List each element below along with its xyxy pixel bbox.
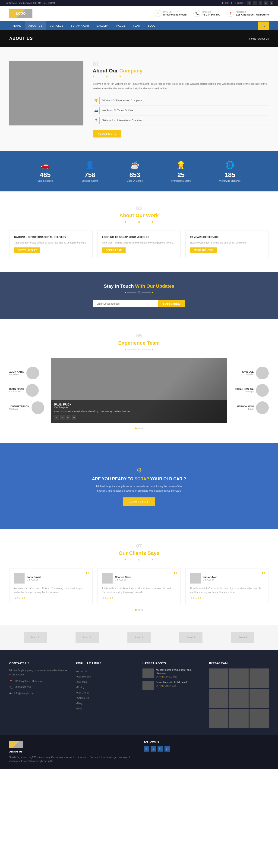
footer-link-about[interactable]: About Us [76,670,87,673]
search-button[interactable]: 🔍 [258,22,269,30]
nav-gallery[interactable]: GALLERY [93,21,113,30]
test-avatar-row-2: Charles Slise Car Owner [102,573,176,584]
nav-home[interactable]: HOME [9,21,25,30]
footer-links-heading: POPULAR LINKS [76,662,136,665]
footer-link-pricing[interactable]: Pricing [76,686,85,689]
team-name-r2: ETHAN JOSHUA [235,388,254,391]
insta-img-6[interactable] [250,689,269,708]
insta-img-2[interactable] [229,669,249,688]
team-section-num: 05 [9,333,269,339]
footer-cols: CONTACT US Michael fought a young boxer … [9,662,269,728]
footer-social-gp[interactable]: g+ [165,746,170,751]
social-gp-icon[interactable]: g [264,1,268,5]
team-role-r2: Manager [235,391,254,393]
footer-phone-icon: 📞 [9,686,13,689]
team-social-tw[interactable]: t [60,415,65,420]
team-social-in[interactable]: in [66,415,71,420]
social-tw-icon[interactable]: t [253,1,257,5]
test-dot-1[interactable] [135,609,137,611]
footer-phone-item: 📞 +1 234 567 890 [9,686,69,689]
footer-link-contact[interactable]: Contact Us [76,697,89,699]
social-pi-icon[interactable]: p [270,1,273,5]
team-dot-3[interactable] [141,428,143,429]
mail-icon: ✉ [155,10,162,17]
about-divider: ⚙ [93,75,269,78]
cta-contact-button[interactable]: CONTACT US [123,497,155,506]
main-nav: HOME ABOUT US VEHICLES SCRAP A CAR GALLE… [0,21,278,30]
stat-pro-staffs: 👷 25 Professional Staffs [171,161,191,182]
insta-img-8[interactable] [229,709,249,728]
insta-img-5[interactable] [229,689,249,708]
footer-social-tw[interactable]: t [150,746,156,751]
stat-number-1: 485 [37,171,53,179]
stay-form: SUBSCRIBE [9,300,269,307]
footer-link-2: Our Services [76,674,136,679]
insta-img-3[interactable] [250,669,269,688]
nav-team[interactable]: TEAM [129,21,144,30]
stat-number-3: 853 [127,171,143,179]
footer-instagram-heading: INSTAGRAM [209,662,269,665]
team-social-gp[interactable]: g+ [72,415,76,420]
team-name-l3: JOHN PETERSON [9,405,29,408]
insta-img-4[interactable] [209,689,228,708]
stat-person-icon: 👤 [82,161,98,169]
feature-item: 🏆 20 Years Of Experienced Company [93,96,269,105]
work-card-btn-3[interactable]: MORE ABOUT US [190,247,217,253]
page-title: ABOUT US [9,36,33,41]
footer-link-3: Our Team [76,679,136,684]
footer-follow-heading: FOLLOW US [144,741,269,744]
test-dot-2[interactable] [138,609,140,611]
footer-link-6: Contact Us [76,695,136,701]
about-more-button[interactable]: ABOUT MORE [93,130,121,137]
test-dot-3[interactable] [141,609,143,611]
team-social-fb[interactable]: f [54,415,59,420]
email-input[interactable] [93,300,158,307]
footer-link-services[interactable]: Our Services [76,675,91,678]
work-card-btn-2[interactable]: SCRAP A CAR [102,247,126,253]
register-link[interactable]: REGISTER [234,2,246,4]
brand-logo-2: Brand 2 [76,632,99,643]
footer-link-4: Pricing [76,684,136,690]
footer-social-in[interactable]: in [158,746,163,751]
call-label: CALL US [202,11,220,13]
team-role-r3: Driver [237,408,254,410]
nav-scrap[interactable]: SCRAP A CAR [67,21,93,30]
footer-post-meta-2: By Ron | Oct 10, 2016 [156,685,189,687]
test-avatar-2 [102,573,113,584]
team-dot-1[interactable] [135,428,137,429]
insta-img-7[interactable] [209,709,228,728]
nav-pages[interactable]: PAGES [113,21,129,30]
feature-text-1: 20 Years Of Experienced Company [102,99,142,102]
footer-contact-heading: CONTACT US [9,662,69,665]
site-logo[interactable]: LOGO [9,9,32,18]
test-text-2: It takes different strokes - it takes di… [102,586,176,594]
footer-link-blog[interactable]: Blog [76,702,82,705]
breadcrumb-home[interactable]: Home [249,37,256,40]
page-title-bar: ABOUT US Home › About Us [0,30,278,47]
brand-logo-1: Brand 1 [24,632,47,643]
subscribe-button[interactable]: SUBSCRIBE [158,300,185,307]
team-role-l2: Car Scrapper [9,391,24,393]
team-dot-2[interactable] [138,428,140,429]
footer-social-fb[interactable]: f [144,746,149,751]
social-in-icon[interactable]: in [258,1,262,5]
team-featured-role: Car Scrapper [54,406,224,409]
testimonial-cards: " John David Car Owner A man is born he'… [9,568,269,604]
nav-about[interactable]: ABOUT US [25,21,46,30]
social-fb-icon[interactable]: f [247,1,251,5]
work-card-btn-1[interactable]: GET YOUR PART [14,247,40,253]
nav-blog[interactable]: BLOG [144,21,159,30]
stat-cups-coffee: ☕ 853 Cups Of Coffee [127,161,143,182]
login-link[interactable]: LOGIN [222,2,229,4]
footer-link-team[interactable]: Our Team [76,681,88,683]
stat-number-4: 25 [171,171,191,179]
nav-vehicles[interactable]: VEHICLES [46,21,67,30]
footer-link-clients[interactable]: Our Clients [76,691,89,694]
footer-post-1: Michael fought a young boxer on a champi… [142,669,202,678]
insta-img-9[interactable] [250,709,269,728]
team-avatar-l3 [31,401,44,414]
insta-img-1[interactable] [209,669,228,688]
footer-link-faq[interactable]: FAQ [76,707,82,710]
footer-link-1: About Us [76,669,136,674]
test-role-3: Car Owner [203,579,217,581]
